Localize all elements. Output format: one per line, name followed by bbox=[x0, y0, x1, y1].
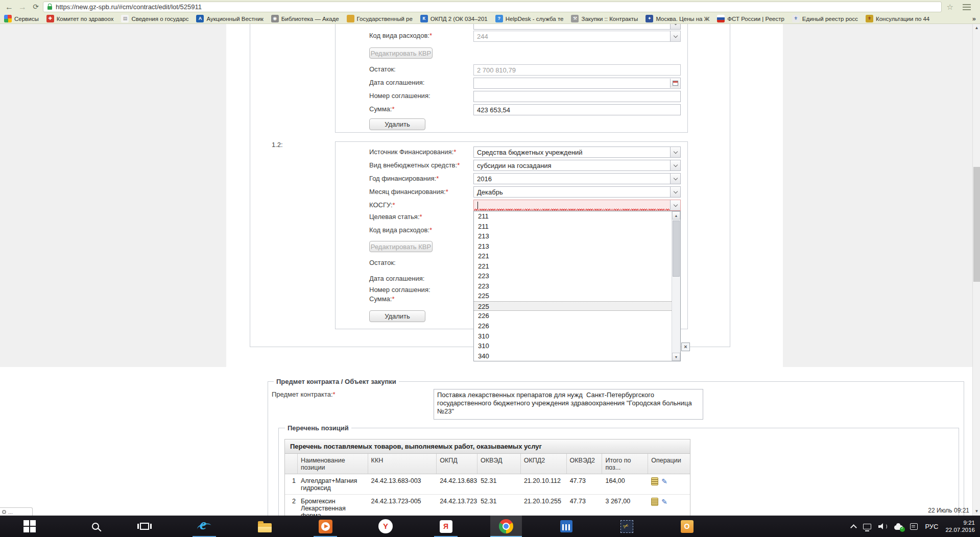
edit-kvr-button[interactable]: Редактировать КВР bbox=[369, 47, 433, 59]
edit-kvr-button-1-2[interactable]: Редактировать КВР bbox=[369, 241, 433, 252]
col-header-num[interactable] bbox=[285, 454, 298, 474]
bookmark-item[interactable]: ▤ Сведения о государс bbox=[121, 15, 188, 22]
bookmark-item[interactable]: ⚒ Закупки :: Контракты bbox=[571, 15, 638, 22]
col-header-operations[interactable]: Операции bbox=[648, 454, 690, 474]
kosgu-option[interactable]: 226 bbox=[474, 321, 672, 331]
bookmark-item[interactable]: К ОКПД 2 (ОК 034–201 bbox=[420, 15, 488, 22]
bookmark-item[interactable]: ⚜ Единый реестр росс bbox=[792, 15, 858, 22]
istochnik-select[interactable]: Средства бюджетных учреждений bbox=[473, 147, 681, 158]
start-button[interactable] bbox=[14, 516, 45, 537]
browser-menu-icon[interactable] bbox=[963, 4, 971, 10]
kosgu-option[interactable]: 211 bbox=[474, 222, 672, 232]
taskbar-item-media-player[interactable] bbox=[309, 516, 341, 537]
vid-sredstv-select[interactable]: субсидии на госзадания bbox=[473, 160, 681, 171]
kosgu-option[interactable]: 340 bbox=[474, 351, 672, 361]
kosgu-combobox[interactable] bbox=[473, 200, 681, 211]
kosgu-option[interactable]: 213 bbox=[474, 231, 672, 241]
scrollbar-thumb[interactable] bbox=[673, 221, 680, 277]
bookmark-item[interactable]: ✦ Москва. Цены на Ж bbox=[646, 15, 709, 22]
page-scrollbar[interactable]: ▲ ▼ bbox=[972, 24, 980, 516]
language-indicator[interactable]: РУС bbox=[925, 523, 938, 530]
taskbar-search-button[interactable] bbox=[80, 516, 111, 537]
bookmark-item[interactable]: ФСТ России | Реестр bbox=[717, 15, 784, 22]
taskbar-item-yandex[interactable] bbox=[430, 516, 462, 537]
dropdown-scrollbar[interactable]: ▲ ▼ bbox=[672, 211, 680, 361]
tray-chevron-up-icon[interactable] bbox=[851, 523, 856, 530]
col-header-okpd[interactable]: ОКПД bbox=[437, 454, 477, 474]
taskbar-item-office[interactable] bbox=[551, 516, 582, 537]
god-select[interactable]: 2016 bbox=[473, 173, 681, 184]
kosgu-option[interactable]: 226 bbox=[474, 311, 672, 321]
taskbar-item-outlook[interactable] bbox=[671, 516, 703, 537]
scroll-down-icon[interactable]: ▼ bbox=[672, 353, 680, 361]
nomer-soglasheniya-input[interactable] bbox=[473, 91, 681, 102]
close-icon[interactable]: × bbox=[681, 343, 690, 351]
scroll-up-icon[interactable]: ▲ bbox=[973, 24, 980, 32]
taskbar-item-yandex-browser[interactable] bbox=[370, 516, 401, 537]
col-header-name[interactable]: Наименование позиции bbox=[298, 454, 368, 474]
kod-vida-rashodov-select[interactable]: 244 bbox=[473, 31, 681, 42]
chevron-down-icon[interactable] bbox=[670, 147, 680, 157]
mesyac-select[interactable]: Декабрь bbox=[473, 186, 681, 198]
chevron-down-icon[interactable] bbox=[670, 187, 680, 197]
table-row[interactable]: 1 Алгелдрат+Магния гидроксид 24.42.13.68… bbox=[285, 474, 690, 495]
col-header-okpd2[interactable]: ОКПД2 bbox=[521, 454, 567, 474]
kosgu-option[interactable]: 223 bbox=[474, 271, 672, 281]
edit-pencil-icon[interactable] bbox=[661, 477, 667, 485]
chevron-down-icon[interactable] bbox=[670, 200, 680, 210]
kosgu-option[interactable]: 213 bbox=[474, 241, 672, 252]
taskbar-item-internet-explorer[interactable] bbox=[188, 516, 220, 537]
bookmark-item[interactable]: ⚜ Консультации по 44 bbox=[866, 15, 929, 22]
taskbar-item-chrome[interactable] bbox=[490, 516, 522, 537]
history-scroll-icon[interactable] bbox=[651, 477, 658, 485]
summa-input[interactable]: 423 653,54 bbox=[473, 104, 681, 115]
edit-pencil-icon[interactable] bbox=[661, 498, 667, 506]
subject-textarea[interactable]: Поставка лекарственных препаратов для ну… bbox=[434, 389, 703, 420]
bookmark-item[interactable]: Государственный ре bbox=[347, 15, 413, 22]
kosgu-option[interactable]: 221 bbox=[474, 251, 672, 261]
network-icon[interactable] bbox=[863, 524, 871, 529]
kosgu-option[interactable]: 225 bbox=[474, 291, 672, 301]
calendar-icon[interactable] bbox=[670, 79, 680, 88]
bookmark-item[interactable]: ? HelpDesk - служба те bbox=[495, 15, 564, 22]
bookmark-item[interactable]: Сервисы bbox=[4, 15, 39, 22]
kosgu-option[interactable]: 310 bbox=[474, 331, 672, 341]
data-soglasheniya-input[interactable] bbox=[473, 78, 681, 89]
col-header-total[interactable]: Итого по поз... bbox=[602, 454, 648, 474]
chevron-down-icon[interactable] bbox=[670, 24, 680, 29]
col-header-okved2[interactable]: ОКВЭД2 bbox=[567, 454, 603, 474]
celevaya-statya-select-cropped[interactable] bbox=[473, 24, 681, 30]
kosgu-option[interactable]: 221 bbox=[474, 261, 672, 272]
kosgu-option[interactable]: 310 bbox=[474, 341, 672, 351]
delete-button-1-2[interactable]: Удалить bbox=[369, 310, 425, 322]
scroll-up-icon[interactable]: ▲ bbox=[672, 211, 680, 219]
kosgu-option[interactable]: 223 bbox=[474, 281, 672, 291]
url-text[interactable]: https://new.gz-spb.ru/#cm/contract/edit/… bbox=[56, 3, 202, 11]
kosgu-option[interactable]: 225 bbox=[474, 301, 672, 311]
table-row[interactable]: 2 Бромгексин Лекарственная форма Таблетк… bbox=[285, 495, 690, 516]
scroll-down-icon[interactable]: ▼ bbox=[973, 507, 980, 516]
kosgu-option[interactable]: 211 bbox=[474, 211, 672, 222]
reload-icon[interactable]: ⟳ bbox=[30, 1, 42, 13]
back-icon[interactable]: ← bbox=[3, 1, 15, 13]
bookmark-item[interactable]: ◉ Библиотека — Акаде bbox=[271, 15, 339, 22]
scrollbar-thumb[interactable] bbox=[973, 167, 980, 282]
forward-icon[interactable]: → bbox=[16, 1, 29, 13]
history-scroll-icon[interactable] bbox=[651, 498, 658, 506]
taskbar-item-snipping-tool[interactable] bbox=[611, 516, 642, 537]
bookmark-star-icon[interactable]: ☆ bbox=[947, 2, 953, 12]
col-header-kkn[interactable]: ККН bbox=[368, 454, 437, 474]
address-bar[interactable]: https://new.gz-spb.ru/#cm/contract/edit/… bbox=[43, 2, 942, 12]
chevron-down-icon[interactable] bbox=[670, 174, 680, 184]
taskbar-item-file-explorer[interactable] bbox=[249, 516, 280, 537]
cloud-sync-icon[interactable] bbox=[894, 523, 903, 530]
clock[interactable]: 9:21 22.07.2016 bbox=[945, 519, 975, 533]
chevron-down-icon[interactable] bbox=[670, 160, 680, 170]
chevron-down-icon[interactable] bbox=[670, 31, 680, 41]
action-center-icon[interactable] bbox=[910, 523, 918, 530]
volume-icon[interactable] bbox=[878, 523, 887, 530]
delete-button-1-1[interactable]: Удалить bbox=[369, 118, 425, 130]
bookmark-item[interactable]: ✚ Комитет по здравоох bbox=[46, 15, 114, 22]
bookmarks-overflow-chevron[interactable]: » bbox=[972, 15, 976, 22]
bookmark-item[interactable]: А Аукционный Вестник bbox=[196, 15, 263, 22]
